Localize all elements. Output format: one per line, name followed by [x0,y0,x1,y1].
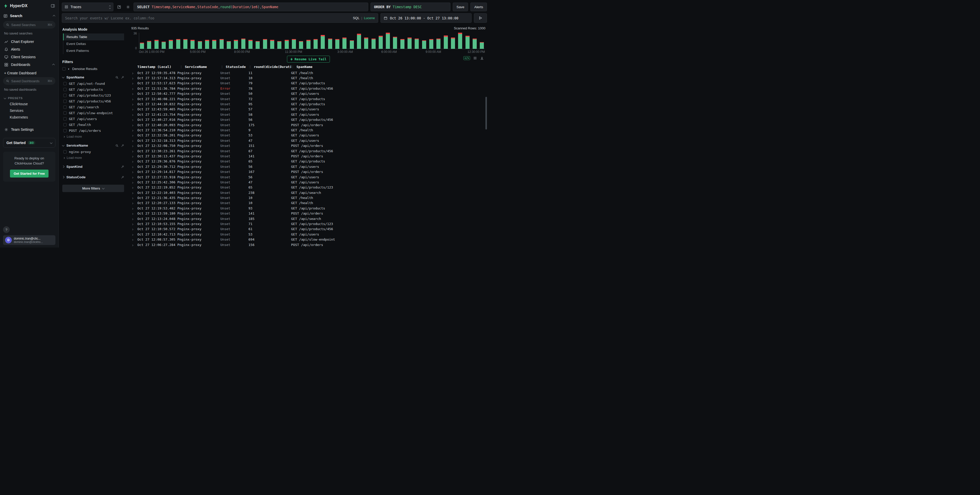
analysis-mode-results-table[interactable]: Results Table [63,33,124,40]
help-button[interactable]: ? [3,226,10,233]
analysis-mode-event-patterns[interactable]: Event Patterns [63,47,124,54]
table-row[interactable]: Oct 27 12:50:42.777 PMnginx-proxyUnset50… [130,91,487,96]
chart-bar[interactable] [205,33,209,49]
preset-link-services[interactable]: Services [3,107,56,114]
pin-icon[interactable] [121,76,124,79]
table-row[interactable]: Oct 27 12:29:30.712 PMnginx-proxyUnset56… [130,164,487,169]
chart-bar[interactable] [270,33,274,49]
chart-bar[interactable] [386,33,390,49]
row-expand-chevron[interactable] [130,144,137,148]
source-select[interactable]: Traces [62,3,113,11]
row-expand-chevron[interactable] [130,191,137,195]
saved-dashboards-input[interactable]: Saved Dashboards ⌘K [3,77,56,85]
table-row[interactable]: Oct 27 12:13:24.048 PMnginx-proxyUnset18… [130,216,487,221]
table-row[interactable]: Oct 27 12:40:27.016 PMnginx-proxyUnset56… [130,117,487,123]
table-row[interactable]: Oct 27 12:30:23.261 PMnginx-proxyUnset67… [130,148,487,153]
chart-bar[interactable] [444,33,448,49]
row-expand-chevron[interactable] [130,97,137,101]
table-row[interactable]: Oct 27 12:57:14.313 PMnginx-proxyUnset10… [130,75,487,80]
pin-icon[interactable] [121,165,124,168]
sidebar-item-client-sessions[interactable]: Client Sessions [3,53,56,61]
chart-bar[interactable] [350,33,354,49]
row-expand-chevron[interactable] [130,196,137,200]
chart-bar[interactable] [466,33,469,49]
column-header-timestamp-local[interactable]: Timestamp (Local) [137,65,180,69]
row-expand-chevron[interactable] [130,237,137,241]
sql-toggle-label[interactable]: SQL [353,16,360,20]
table-row[interactable]: Oct 27 12:53:17.623 PMnginx-proxyUnset79… [130,81,487,86]
filter-option-get-api-not-found[interactable]: GET /api/not-found [62,81,124,87]
checkbox[interactable] [63,123,67,126]
filter-option-post-api-orders[interactable]: POST /api/orders [62,128,124,134]
checkbox[interactable] [63,82,67,85]
table-row[interactable]: Oct 27 12:46:08.221 PMnginx-proxyUnset72… [130,96,487,102]
presets-toggle[interactable]: PRESETS [3,94,56,100]
order-by-editor[interactable]: ORDER BY Timestamp DESC [371,3,450,11]
table-row[interactable]: Oct 27 12:13:59.180 PMnginx-proxyUnset14… [130,211,487,216]
row-expand-chevron[interactable] [130,165,137,169]
pin-icon[interactable] [121,176,124,179]
checkbox[interactable] [63,94,67,97]
column-resize-handle[interactable]: ⋮ [220,65,224,69]
filter-option-get-api-products-456[interactable]: GET /api/products/456 [62,98,124,104]
sidebar-item-team-settings[interactable]: Team Settings [3,126,56,133]
search-icon[interactable] [115,76,118,79]
checkbox[interactable] [63,111,67,115]
chart-bar[interactable] [372,33,375,49]
save-button[interactable]: Save [453,3,468,11]
chart-bar[interactable] [234,33,238,49]
load-more-button[interactable]: Load more [62,134,124,138]
row-expand-chevron[interactable] [130,102,137,106]
column-header-round-divide-duration[interactable]: ⋮round(divide(Duration, [248,65,291,69]
saved-searches-input[interactable]: Saved Searches ⌘K [3,21,56,29]
search-section-header[interactable]: Search [3,12,56,19]
load-more-button[interactable]: Load more [62,155,124,160]
row-expand-chevron[interactable] [130,87,137,91]
preset-link-clickhouse[interactable]: ClickHouse [3,100,56,107]
table-row[interactable]: Oct 27 12:32:18.313 PMnginx-proxyUnset47… [130,138,487,143]
table-row[interactable]: Oct 27 12:10:53.155 PMnginx-proxyUnset71… [130,221,487,226]
chart-bar[interactable] [147,33,151,49]
checkbox[interactable] [63,129,67,132]
table-row[interactable]: Oct 27 12:29:14.817 PMnginx-proxyUnset16… [130,169,487,174]
chart-bar[interactable] [379,33,383,49]
chart-bar[interactable] [429,33,433,49]
row-expand-chevron[interactable] [130,92,137,95]
table-row[interactable]: Oct 27 12:32:58.201 PMnginx-proxyUnset53… [130,133,487,138]
chart-bar[interactable] [306,33,310,49]
row-expand-chevron[interactable] [130,212,137,215]
chart-bar[interactable] [191,33,194,49]
row-expand-chevron[interactable] [130,185,137,189]
column-header-servicename[interactable]: ⋮ServiceName [180,65,220,69]
table-row[interactable]: Oct 27 12:40:20.093 PMnginx-proxyUnset17… [130,123,487,127]
resume-live-tail-button[interactable]: Resume Live Tail [287,56,329,62]
filter-option-get-api-products[interactable]: GET /api/products [62,87,124,92]
query-settings-gear-icon[interactable] [125,3,131,11]
row-expand-chevron[interactable] [130,227,137,231]
chart-bar[interactable] [299,33,303,49]
chart-bar[interactable] [241,33,245,49]
chart-bar[interactable] [162,33,166,49]
denoise-results-checkbox[interactable]: ◐ Denoise Results [62,66,124,74]
filter-option-nginx-proxy[interactable]: nginx-proxy [62,149,124,155]
event-search-input[interactable]: Search your events w/ Lucene ex. column:… [62,13,378,23]
preset-link-kubernetes[interactable]: Kubernetes [3,114,56,121]
row-expand-chevron[interactable] [130,139,137,143]
row-expand-chevron[interactable] [130,217,137,221]
chart-bar[interactable] [277,33,282,49]
analysis-mode-event-deltas[interactable]: Event Deltas [63,40,124,47]
table-row[interactable]: Oct 27 12:30:13.437 PMnginx-proxyUnset14… [130,153,487,159]
table-row[interactable]: Oct 27 12:29:36.876 PMnginx-proxyUnset65… [130,159,487,164]
histogram-plot[interactable] [139,33,485,49]
row-expand-chevron[interactable] [130,232,137,236]
chart-bar[interactable] [313,33,318,49]
row-expand-chevron[interactable] [130,123,137,127]
chart-bar[interactable] [480,33,484,49]
checkbox[interactable] [63,100,67,103]
filter-option-get-health[interactable]: GET /health [62,122,124,128]
chart-bar[interactable] [285,33,289,49]
table-row[interactable]: Oct 27 12:27:33.918 PMnginx-proxyUnset56… [130,175,487,180]
table-row[interactable]: Oct 27 12:36:54.210 PMnginx-proxyUnset9G… [130,127,487,132]
filter-option-get-api-products-123[interactable]: GET /api/products/123 [62,92,124,98]
row-expand-chevron[interactable] [130,154,137,158]
